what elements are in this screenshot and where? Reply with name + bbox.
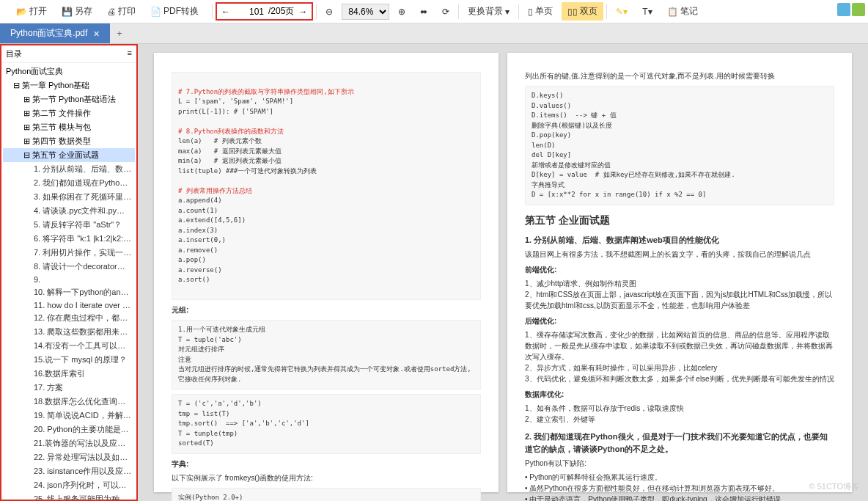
prev-page-icon[interactable]: ← [221, 7, 230, 17]
tree-leaf[interactable]: 2. 我们都知道现在Python很火 [3, 176, 135, 190]
tree-leaf[interactable]: 16.数据库索引 [3, 367, 135, 381]
tree-section[interactable]: ⊞ 第四节 数据类型 [3, 134, 135, 148]
page-navigation: ← /205页 → [216, 2, 313, 21]
sidebar-menu-icon[interactable]: ≡ [128, 48, 132, 59]
fit-width-icon[interactable]: ⬌ [414, 4, 433, 20]
tree-section[interactable]: ⊞ 第三节 模块与包 [3, 120, 135, 134]
tree-chapter[interactable]: ⊟ 第一章 Python基础 [3, 78, 135, 92]
double-page-button[interactable]: ▯▯双页 [562, 2, 603, 21]
sidebar-header: 目录≡ [1, 45, 136, 63]
pdf-icon: 📄 [150, 7, 161, 17]
tree-leaf[interactable]: 19. 简单说说ACID，并解释每一 [3, 409, 135, 423]
next-page-icon[interactable]: → [298, 7, 307, 17]
tree-leaf[interactable]: 14.有没有一个工具可以帮助查 [3, 339, 135, 353]
zoom-in-icon[interactable]: ⊕ [392, 4, 411, 20]
save-button[interactable]: 💾另存 [56, 2, 98, 21]
tree-section[interactable]: ⊞ 第一节 Python基础语法 [3, 92, 135, 106]
double-page-icon: ▯▯ [567, 7, 578, 17]
code-block: 实例(Python 2.0+) #!/usr/bin/python # -*- … [172, 488, 481, 502]
tree-leaf[interactable]: 15.说一下 mysql 的原理？ [3, 353, 135, 367]
document-tab[interactable]: Python面试宝典.pdf × [0, 23, 110, 43]
watermark: © 51CTO博客 [809, 481, 859, 492]
page-left: # 7.Python的列表的截取与字符串操作类型相同,如下所示 L = ['sp… [154, 53, 499, 492]
notes-icon: 📋 [667, 7, 678, 17]
divider [316, 4, 317, 19]
text-tool-icon[interactable]: T▾ [636, 4, 658, 20]
main-toolbar: 📂打开 💾另存 🖨打印 📄PDF转换 ← /205页 → ⊖ 84.6% ⊕ ⬌… [0, 0, 868, 23]
add-tab-button[interactable]: + [110, 25, 130, 43]
tree-leaf[interactable]: 11. how do I iterate over a s [3, 299, 135, 311]
close-icon[interactable]: × [93, 28, 99, 40]
question-title: 1. 分别从前端、后端、数据库阐述web项目的性能优化 [525, 234, 834, 246]
tree-leaf[interactable]: 1. 分别从前端、后端、数据库阐 [3, 162, 135, 176]
print-icon: 🖨 [107, 7, 116, 17]
divider [606, 4, 607, 19]
dict-heading: 字典: [172, 458, 481, 469]
tab-bar: Python面试宝典.pdf × + [0, 23, 868, 44]
outline-sidebar: 目录≡ Python面试宝典 ⊟ 第一章 Python基础 ⊞ 第一节 Pyth… [0, 44, 138, 501]
change-bg-button[interactable]: 更换背景 ▾ [462, 2, 515, 21]
tree-leaf[interactable]: 24. json序列化时，可以处理的 [3, 478, 135, 492]
zoom-select[interactable]: 84.6% [342, 4, 389, 20]
tree-leaf[interactable]: 21.装饰器的写法以及应用场景 [3, 436, 135, 450]
tree-leaf[interactable]: 20. Python的主要功能是什么？ [3, 423, 135, 436]
tree-leaf[interactable]: 23. isinstance作用以及应用场 [3, 464, 135, 478]
open-icon: 📂 [16, 7, 27, 17]
tree-leaf[interactable]: 8. 请设计一个decorator，它可 [3, 260, 135, 274]
code-block: 1.用一个可迭代对象生成元组 T = tuple('abc') 对元组进行排序 … [172, 320, 481, 390]
notes-button[interactable]: 📋笔记 [661, 2, 704, 21]
save-icon: 💾 [62, 7, 73, 17]
tree-leaf[interactable]: 18.数据库怎么优化查询效率？ [3, 395, 135, 409]
divider [212, 4, 213, 19]
tree-leaf[interactable]: 5. 请反转字符串 "aStr"？ [3, 218, 135, 232]
divider [458, 4, 459, 19]
corner-button-1[interactable] [837, 3, 850, 16]
print-button[interactable]: 🖨打印 [101, 2, 141, 21]
tree-leaf[interactable]: 9. [3, 274, 135, 285]
section-title: 第五节 企业面试题 [525, 213, 834, 228]
tree-leaf[interactable]: 12. 你在爬虫过程中，都是怎么 [3, 311, 135, 325]
page-viewport[interactable]: # 7.Python的列表的截取与字符串操作类型相同,如下所示 L = ['sp… [138, 44, 868, 501]
single-page-icon: ▯ [528, 7, 533, 17]
tree-leaf[interactable]: 3. 如果你困在了死循环里，怎 [3, 190, 135, 204]
question-title: 2. 我们都知道现在Python很火，但是对于一门技术我们不光要知道它的优点，也… [525, 431, 834, 455]
tree-leaf[interactable]: 13. 爬取这些数据都用来做什么 [3, 325, 135, 339]
open-button[interactable]: 📂打开 [10, 2, 53, 21]
code-block: T = ('c','a','d','b') tmp = list(T) tmp.… [172, 394, 481, 454]
tree-leaf[interactable]: 17. 方案 [3, 381, 135, 395]
tree-leaf[interactable]: 10. 解释一下python的and-or [3, 285, 135, 299]
tab-label: Python面试宝典.pdf [10, 27, 87, 40]
rotate-icon[interactable]: ⟳ [436, 4, 455, 20]
code-block: D.keys() D.values() D.items() --> 键 + 值 … [525, 86, 834, 205]
page-total: /205页 [268, 5, 294, 18]
tree-root[interactable]: Python面试宝典 [3, 65, 135, 78]
single-page-button[interactable]: ▯单页 [522, 2, 559, 21]
page-input[interactable] [235, 7, 264, 17]
zoom-out-icon[interactable]: ⊖ [320, 4, 339, 20]
corner-button-2[interactable] [852, 3, 865, 16]
highlight-icon[interactable]: ✎▾ [610, 4, 633, 20]
tree-leaf[interactable]: 25. 线上服务可能因为种种原因 [3, 492, 135, 501]
tree-leaf[interactable]: 4. 请谈谈.pyc文件和.py文件的 [3, 204, 135, 218]
tree-leaf[interactable]: 6. 将字符串 "k:1 |k1:2|k2:3|k3 [3, 232, 135, 246]
tree-section[interactable]: ⊞ 第二节 文件操作 [3, 106, 135, 120]
pdf-convert-button[interactable]: 📄PDF转换 [144, 2, 205, 21]
tree-section-active[interactable]: ⊟ 第五节 企业面试题 [3, 148, 135, 162]
divider [518, 4, 519, 19]
tuple-heading: 元组: [172, 304, 481, 315]
tree-leaf[interactable]: 7. 利用切片操作，实现一个trim [3, 246, 135, 260]
tree-leaf[interactable]: 22. 异常处理写法以及如何主动 [3, 450, 135, 464]
page-right: 列出所有的键,值.注意得到的是一个可迭代对象,而不是列表.用的时候需要转换 D.… [507, 53, 852, 492]
